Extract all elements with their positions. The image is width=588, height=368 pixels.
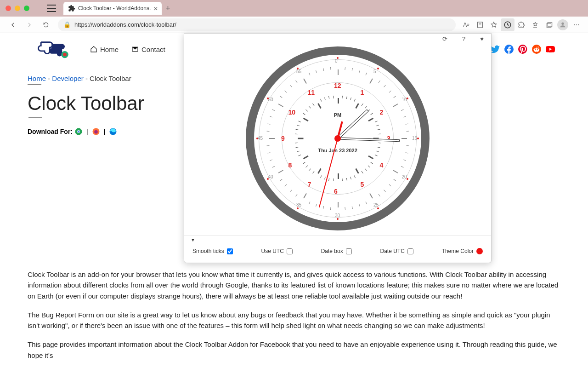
minute-numeral: 0	[335, 58, 338, 63]
minute-numeral: 20	[401, 174, 407, 179]
breadcrumb-current: Clock Toolbar	[90, 75, 131, 82]
browser-tab[interactable]: Clock Toolbar - WorldAddons. ✕	[63, 2, 162, 15]
svg-rect-6	[548, 22, 552, 26]
svg-point-7	[561, 22, 564, 24]
svg-point-9	[63, 53, 67, 57]
minute-numeral: 5	[373, 69, 376, 74]
tab-title: Clock Toolbar - WorldAddons.	[78, 5, 151, 12]
paragraph-2: The Bug Report Form on our site is a gre…	[28, 310, 560, 331]
hour-numeral: 7	[308, 181, 311, 188]
minute-numeral: 50	[268, 97, 273, 102]
svg-rect-5	[547, 23, 551, 27]
minute-numeral: 10	[401, 97, 407, 102]
paragraph-3: This page provides important information…	[28, 339, 560, 361]
analog-clock: 1212345678910110510152025303540455055 PM…	[246, 46, 430, 230]
extension-popup: ⟳ ? ♥ 1212345678910110510152025303540455…	[184, 33, 492, 263]
clock-hub	[334, 135, 341, 142]
forward-button[interactable]	[23, 18, 36, 31]
text-size-icon[interactable]: A»	[459, 18, 473, 31]
extension-clock-icon[interactable]	[501, 18, 514, 31]
favorites-icon[interactable]	[487, 18, 501, 31]
edge-icon[interactable]	[109, 127, 117, 136]
date-box-checkbox[interactable]	[346, 248, 352, 254]
site-logo[interactable]	[32, 39, 76, 60]
date-utc-checkbox[interactable]	[407, 248, 413, 254]
minute-numeral: 35	[296, 202, 301, 207]
back-button[interactable]	[6, 18, 19, 31]
window-minimize-button[interactable]	[15, 6, 20, 11]
hour-numeral: 2	[380, 109, 384, 116]
extensions-icon[interactable]	[514, 18, 528, 31]
hour-numeral: 1	[361, 89, 364, 96]
url-text: https://worldaddons.com/clock-toolbar/	[74, 21, 176, 28]
theme-color-swatch[interactable]	[476, 248, 483, 254]
option-date-utc[interactable]: Date UTC	[380, 248, 413, 254]
social-links	[487, 44, 556, 55]
more-menu-icon[interactable]: ···	[570, 18, 583, 31]
address-bar[interactable]: 🔒 https://worldaddons.com/clock-toolbar/	[58, 18, 456, 31]
popup-heart-icon[interactable]: ♥	[480, 35, 484, 44]
hour-numeral: 6	[334, 188, 338, 195]
lock-icon: 🔒	[63, 21, 71, 28]
new-tab-button[interactable]: +	[165, 4, 170, 13]
favorites-bar-icon[interactable]	[528, 18, 542, 31]
facebook-icon[interactable]	[503, 44, 514, 55]
download-label: Download For:	[28, 128, 73, 135]
tab-favicon-icon	[68, 5, 75, 12]
svg-point-14	[78, 131, 80, 133]
popup-refresh-icon[interactable]: ⟳	[442, 35, 447, 44]
reader-icon[interactable]	[473, 18, 487, 31]
hour-numeral: 4	[380, 161, 384, 169]
popup-help-icon[interactable]: ?	[462, 35, 465, 44]
clock-date: Thu Jun 23 2022	[318, 148, 357, 153]
paragraph-1: Clock Toolbar is an add-on for your brow…	[28, 269, 560, 301]
hour-numeral: 12	[334, 82, 341, 89]
minute-numeral: 40	[268, 174, 273, 179]
reload-button[interactable]	[40, 18, 52, 31]
minute-numeral: 25	[373, 202, 379, 207]
minute-numeral: 15	[412, 136, 417, 141]
window-titlebar: Clock Toolbar - WorldAddons. ✕ +	[0, 0, 588, 17]
expand-toggle-icon[interactable]: ▼	[191, 237, 485, 242]
divider	[28, 84, 41, 85]
tab-close-icon[interactable]: ✕	[153, 6, 158, 12]
reddit-icon[interactable]	[531, 44, 542, 55]
svg-point-16	[94, 130, 98, 134]
minute-numeral: 45	[258, 136, 263, 141]
window-close-button[interactable]	[6, 6, 11, 11]
option-theme-color[interactable]: Theme Color	[442, 248, 483, 254]
hour-numeral: 8	[288, 161, 292, 169]
option-smooth-ticks[interactable]: Smooth ticks	[192, 248, 233, 254]
browser-toolbar: 🔒 https://worldaddons.com/clock-toolbar/…	[0, 17, 588, 33]
sidebar-toggle-icon[interactable]	[47, 5, 56, 12]
main-nav: Home Contact	[90, 46, 178, 53]
collections-icon[interactable]	[542, 18, 556, 31]
nav-contact[interactable]: Contact	[131, 46, 165, 53]
hour-numeral: 11	[308, 89, 315, 96]
firefox-icon[interactable]	[92, 127, 100, 136]
hour-numeral: 5	[361, 181, 364, 188]
minute-numeral: 55	[296, 69, 301, 74]
clock-ampm: PM	[334, 112, 342, 118]
breadcrumb-developer[interactable]: Developer	[52, 75, 83, 82]
use-utc-checkbox[interactable]	[287, 248, 293, 254]
youtube-icon[interactable]	[545, 44, 556, 55]
option-use-utc[interactable]: Use UTC	[261, 248, 293, 254]
smooth-ticks-checkbox[interactable]	[227, 248, 233, 254]
page-content: Home Contact Home - Developer - Clock To…	[0, 33, 588, 368]
hour-numeral: 9	[281, 135, 285, 142]
hour-numeral: 10	[288, 109, 295, 116]
divider	[28, 117, 42, 118]
option-date-box[interactable]: Date box	[321, 248, 352, 254]
nav-home[interactable]: Home	[90, 46, 119, 53]
profile-avatar[interactable]	[556, 18, 570, 31]
pinterest-icon[interactable]	[517, 44, 528, 55]
window-maximize-button[interactable]	[24, 6, 29, 11]
minute-numeral: 30	[335, 213, 340, 218]
breadcrumb-home[interactable]: Home	[28, 75, 46, 82]
chrome-icon[interactable]	[74, 127, 83, 136]
